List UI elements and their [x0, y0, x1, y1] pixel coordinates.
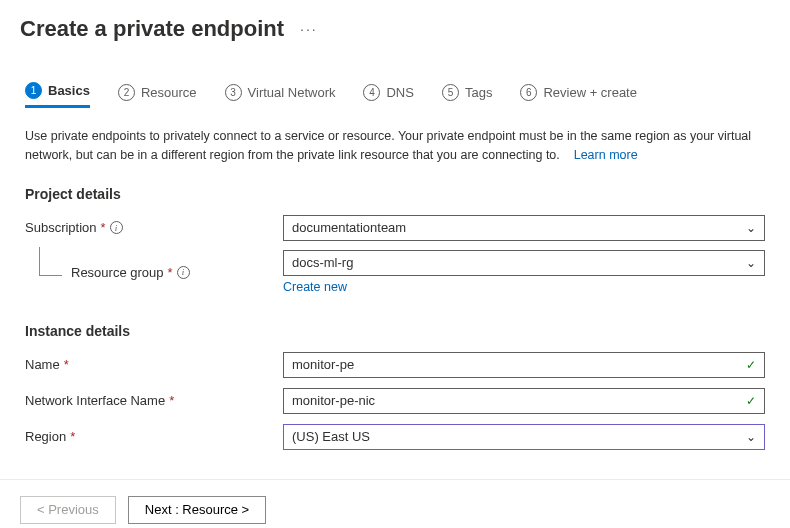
- region-dropdown[interactable]: (US) East US ⌄: [283, 424, 765, 450]
- tab-label: DNS: [386, 85, 413, 100]
- valid-check-icon: ✓: [746, 394, 756, 408]
- create-new-link[interactable]: Create new: [283, 280, 347, 294]
- region-label: Region *: [25, 429, 283, 444]
- tab-number-icon: 6: [520, 84, 537, 101]
- tab-number-icon: 2: [118, 84, 135, 101]
- resource-group-label: Resource group * i: [25, 265, 283, 280]
- tab-label: Resource: [141, 85, 197, 100]
- chevron-down-icon: ⌄: [746, 256, 756, 270]
- tab-number-icon: 1: [25, 82, 42, 99]
- intro-text: Use private endpoints to privately conne…: [25, 127, 765, 166]
- section-project-details: Project details: [25, 186, 765, 202]
- learn-more-link[interactable]: Learn more: [574, 148, 638, 162]
- nic-name-label: Network Interface Name *: [25, 393, 283, 408]
- wizard-tabs: 1 Basics 2 Resource 3 Virtual Network 4 …: [0, 42, 790, 109]
- tab-virtual-network[interactable]: 3 Virtual Network: [225, 82, 336, 108]
- nic-name-input[interactable]: monitor-pe-nic ✓: [283, 388, 765, 414]
- info-icon[interactable]: i: [110, 221, 123, 234]
- tab-number-icon: 4: [363, 84, 380, 101]
- subscription-dropdown[interactable]: documentationteam ⌄: [283, 215, 765, 241]
- tab-label: Virtual Network: [248, 85, 336, 100]
- tab-label: Tags: [465, 85, 492, 100]
- page-title: Create a private endpoint: [20, 16, 284, 42]
- tab-tags[interactable]: 5 Tags: [442, 82, 492, 108]
- valid-check-icon: ✓: [746, 358, 756, 372]
- next-button[interactable]: Next : Resource >: [128, 496, 266, 524]
- tab-basics[interactable]: 1 Basics: [25, 82, 90, 108]
- previous-button: < Previous: [20, 496, 116, 524]
- name-input[interactable]: monitor-pe ✓: [283, 352, 765, 378]
- chevron-down-icon: ⌄: [746, 430, 756, 444]
- more-actions-icon[interactable]: ···: [300, 21, 318, 37]
- tab-dns[interactable]: 4 DNS: [363, 82, 413, 108]
- resource-group-dropdown[interactable]: docs-ml-rg ⌄: [283, 250, 765, 276]
- section-instance-details: Instance details: [25, 323, 765, 339]
- tab-review-create[interactable]: 6 Review + create: [520, 82, 637, 108]
- tab-label: Review + create: [543, 85, 637, 100]
- chevron-down-icon: ⌄: [746, 221, 756, 235]
- tab-resource[interactable]: 2 Resource: [118, 82, 197, 108]
- name-label: Name *: [25, 357, 283, 372]
- tab-number-icon: 3: [225, 84, 242, 101]
- tab-number-icon: 5: [442, 84, 459, 101]
- info-icon[interactable]: i: [177, 266, 190, 279]
- subscription-label: Subscription * i: [25, 220, 283, 235]
- tab-label: Basics: [48, 83, 90, 98]
